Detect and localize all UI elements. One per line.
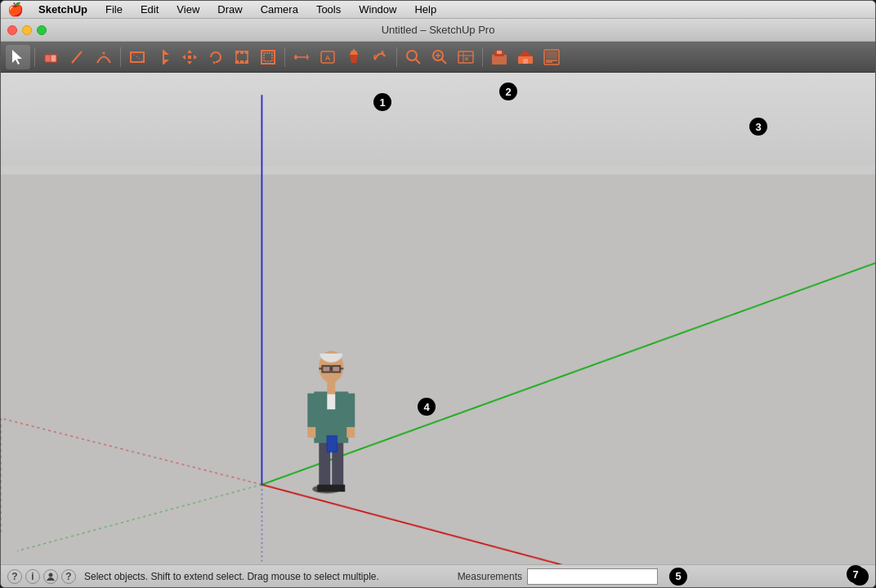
annotation-2: 2 (499, 82, 517, 100)
svg-point-29 (294, 56, 297, 59)
layout-tool[interactable] (539, 45, 564, 69)
maximize-button[interactable] (37, 25, 47, 35)
annotation-3: 3 (749, 118, 767, 136)
svg-rect-2 (51, 55, 56, 62)
info-icon[interactable]: i (25, 569, 40, 584)
zoomext-tool[interactable] (427, 45, 452, 69)
svg-line-36 (416, 59, 421, 64)
arc-tool[interactable] (92, 45, 116, 69)
move-tool[interactable] (177, 45, 202, 69)
svg-marker-14 (194, 55, 197, 60)
measurements-input[interactable] (527, 568, 658, 585)
menu-window[interactable]: Window (355, 2, 400, 16)
menu-edit[interactable]: Edit (137, 2, 162, 16)
menu-file[interactable]: File (102, 2, 126, 16)
annotation-7: 7 (847, 565, 865, 583)
svg-point-55 (49, 572, 53, 577)
separator-2 (120, 47, 121, 67)
paint-tool[interactable] (342, 45, 366, 69)
scale-tool[interactable] (230, 45, 254, 69)
svg-line-7 (131, 52, 144, 62)
text-tool[interactable]: A (315, 45, 340, 69)
dynamic-tool[interactable] (487, 45, 512, 69)
orbit-tool[interactable] (368, 45, 392, 69)
svg-marker-8 (163, 50, 169, 55)
rectangle-tool[interactable] (125, 45, 150, 69)
measurements-area: Measurements (458, 568, 658, 585)
svg-rect-15 (188, 56, 191, 59)
separator-4 (396, 47, 397, 67)
svg-rect-20 (235, 60, 239, 64)
svg-rect-23 (240, 60, 244, 64)
apple-menu[interactable]: 🍎 (7, 2, 24, 17)
menu-draw[interactable]: Draw (214, 2, 245, 16)
svg-line-38 (442, 59, 447, 64)
close-button[interactable] (7, 25, 17, 35)
menu-help[interactable]: Help (411, 2, 440, 16)
scene-canvas[interactable] (1, 73, 875, 564)
svg-rect-25 (264, 53, 272, 61)
traffic-lights (7, 25, 47, 35)
minimize-button[interactable] (22, 25, 32, 35)
warehouse-tool[interactable] (513, 45, 538, 69)
profile-icon[interactable] (43, 569, 58, 584)
svg-point-5 (103, 51, 105, 54)
menu-tools[interactable]: Tools (313, 2, 344, 16)
svg-rect-50 (523, 59, 528, 64)
menu-bar: 🍎 SketchUp File Edit View Draw Camera To… (1, 1, 875, 19)
help-question-icon[interactable]: ? (61, 569, 76, 584)
svg-marker-12 (187, 61, 192, 65)
pushpull-tool[interactable] (151, 45, 176, 69)
svg-rect-47 (497, 51, 502, 54)
separator-1 (34, 47, 35, 67)
svg-marker-13 (182, 55, 185, 60)
svg-rect-44 (465, 57, 468, 60)
svg-text:A: A (325, 54, 331, 62)
app-window: 🍎 SketchUp File Edit View Draw Camera To… (0, 0, 876, 588)
svg-marker-0 (12, 50, 22, 65)
separator-3 (284, 47, 285, 67)
window-title: Untitled – SketchUp Pro (382, 24, 495, 36)
svg-marker-11 (187, 50, 192, 53)
status-icons: ? i ? (7, 569, 76, 584)
pencil-tool[interactable] (65, 45, 90, 69)
status-bar: ? i ? Select objects. Shift to extend se… (1, 564, 875, 587)
measurements-label: Measurements (458, 571, 522, 582)
svg-rect-18 (235, 51, 239, 54)
location-tool[interactable] (454, 45, 478, 69)
svg-rect-21 (245, 60, 248, 64)
status-text: Select objects. Shift to extend select. … (84, 571, 458, 582)
annotation-5: 5 (669, 568, 687, 586)
tape-tool[interactable] (289, 45, 314, 69)
rotate-tool[interactable] (203, 45, 228, 69)
svg-marker-16 (212, 61, 216, 65)
annotation-1: 1 (373, 93, 391, 111)
separator-5 (482, 47, 483, 67)
svg-point-35 (407, 51, 417, 60)
svg-rect-52 (546, 51, 557, 59)
annotation-4: 4 (418, 398, 436, 416)
svg-marker-9 (163, 60, 169, 65)
viewport[interactable]: 1 2 3 4 (1, 73, 875, 564)
menu-camera[interactable]: Camera (257, 2, 302, 16)
toolbar: A (1, 42, 875, 73)
instructor-icon[interactable]: ? (7, 569, 22, 584)
zoom-tool[interactable] (401, 45, 426, 69)
svg-marker-49 (518, 51, 533, 56)
offset-tool[interactable] (256, 45, 280, 69)
title-bar: Untitled – SketchUp Pro (1, 19, 875, 42)
menu-view[interactable]: View (173, 2, 203, 16)
menu-sketchup[interactable]: SketchUp (35, 2, 91, 16)
svg-rect-19 (245, 51, 248, 54)
eraser-tool[interactable] (39, 45, 64, 69)
svg-rect-22 (240, 51, 244, 54)
select-tool[interactable] (6, 45, 30, 69)
